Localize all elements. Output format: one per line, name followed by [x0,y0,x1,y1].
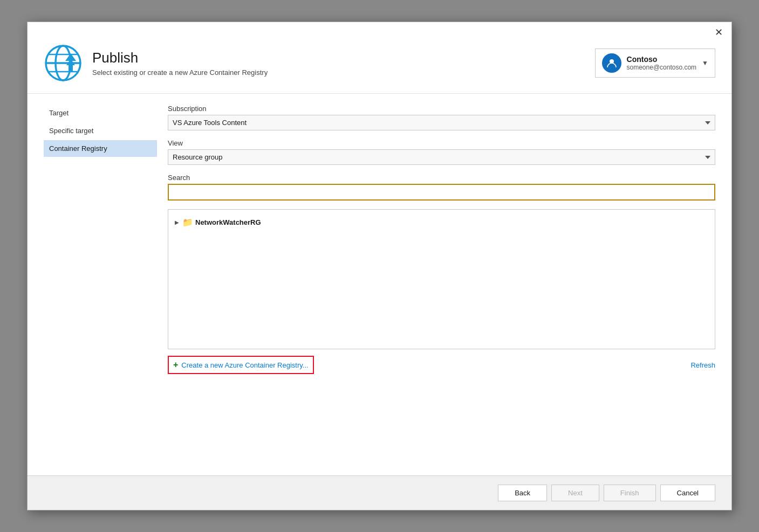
refresh-button[interactable]: Refresh [690,361,715,369]
create-registry-label: Create a new Azure Container Registry... [181,361,308,369]
tree-item-label: NetworkWatcherRG [195,218,261,226]
cancel-button[interactable]: Cancel [660,485,715,501]
subscription-group: Subscription VS Azure Tools Content [168,105,715,130]
next-button[interactable]: Next [551,485,599,501]
sidebar: Target Specific target Container Registr… [28,105,157,475]
account-name: Contoso [627,55,697,64]
dialog-content: Target Specific target Container Registr… [28,94,731,475]
actions-row: + Create a new Azure Container Registry.… [168,356,715,374]
sidebar-item-specific-target[interactable]: Specific target [44,122,157,139]
account-box[interactable]: Contoso someone@contoso.com ▼ [595,49,715,78]
folder-icon: 📁 [182,217,193,227]
tree-item-networkwatcherrg[interactable]: ▶ 📁 NetworkWatcherRG [168,214,715,231]
sidebar-item-container-registry[interactable]: Container Registry [44,140,157,157]
title-bar: ✕ [28,22,731,38]
dialog-header: Publish Select existing or create a new … [28,38,731,94]
dialog-subtitle: Select existing or create a new Azure Co… [92,68,268,77]
publish-icon [44,44,83,82]
chevron-down-icon: ▼ [702,59,708,67]
sidebar-item-specific-target-label: Specific target [49,127,93,135]
close-button[interactable]: ✕ [712,26,726,38]
view-select[interactable]: Resource group Registry type Location [168,149,715,165]
account-icon [602,53,621,73]
plus-icon: + [173,360,178,370]
sidebar-item-target[interactable]: Target [44,105,157,121]
back-button[interactable]: Back [498,485,547,501]
tree-chevron-icon: ▶ [175,219,179,225]
view-group: View Resource group Registry type Locati… [168,139,715,165]
header-left: Publish Select existing or create a new … [44,44,268,82]
account-info: Contoso someone@contoso.com [627,55,697,71]
subscription-select[interactable]: VS Azure Tools Content [168,115,715,130]
view-label: View [168,139,715,147]
dialog-footer: Back Next Finish Cancel [28,475,731,510]
sidebar-item-container-registry-label: Container Registry [49,144,107,153]
search-label: Search [168,174,715,182]
subscription-label: Subscription [168,105,715,113]
account-email: someone@contoso.com [627,64,697,71]
header-text: Publish Select existing or create a new … [92,50,268,77]
main-content: Subscription VS Azure Tools Content View… [157,105,731,475]
tree-view: ▶ 📁 NetworkWatcherRG [168,209,715,349]
search-group: Search [168,174,715,201]
create-registry-button[interactable]: + Create a new Azure Container Registry.… [168,356,314,374]
sidebar-item-target-label: Target [49,109,69,117]
finish-button[interactable]: Finish [604,485,656,501]
search-input[interactable] [168,184,715,201]
publish-dialog: ✕ Publish Select existing or create a ne… [27,22,732,510]
dialog-title: Publish [92,50,268,66]
